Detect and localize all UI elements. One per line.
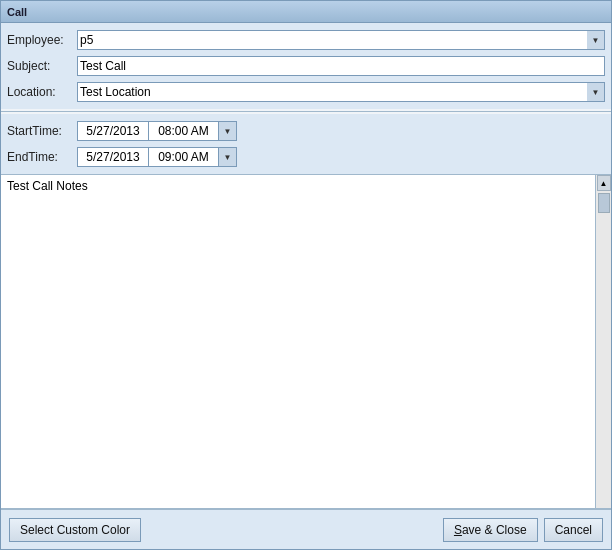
starttime-label: StartTime: (7, 124, 77, 138)
location-select-wrapper (77, 82, 605, 102)
location-row: Location: (1, 79, 611, 105)
start-time-input[interactable] (149, 121, 219, 141)
title-bar: Call (1, 1, 611, 23)
scrollbar-thumb[interactable] (598, 193, 610, 213)
datetime-area: StartTime: EndTime: (1, 114, 611, 174)
employee-input[interactable] (77, 30, 605, 50)
save-close-rest: ave & Close (462, 523, 527, 537)
start-time-dropdown[interactable] (219, 121, 237, 141)
scrollbar: ▲ (595, 175, 611, 508)
call-window: Call Employee: Subject: Location: StartT… (0, 0, 612, 550)
endtime-fields (77, 147, 237, 167)
subject-row: Subject: (1, 53, 611, 79)
footer: Select Custom Color Save & Close Cancel (1, 509, 611, 549)
subject-input[interactable] (77, 56, 605, 76)
form-area: Employee: Subject: Location: (1, 23, 611, 109)
end-time-dropdown[interactable] (219, 147, 237, 167)
employee-select-wrapper (77, 30, 605, 50)
save-close-button[interactable]: Save & Close (443, 518, 538, 542)
notes-area: Test Call Notes ▲ (1, 174, 611, 509)
employee-row: Employee: (1, 27, 611, 53)
starttime-row: StartTime: (1, 118, 611, 144)
location-label: Location: (7, 85, 77, 99)
start-date-input[interactable] (77, 121, 149, 141)
endtime-label: EndTime: (7, 150, 77, 164)
location-dropdown-arrow[interactable] (587, 82, 605, 102)
save-underline-letter: S (454, 523, 462, 537)
cancel-button[interactable]: Cancel (544, 518, 603, 542)
divider-1 (1, 111, 611, 112)
starttime-fields (77, 121, 237, 141)
location-input[interactable] (77, 82, 605, 102)
end-date-input[interactable] (77, 147, 149, 167)
notes-textarea[interactable]: Test Call Notes (1, 175, 595, 508)
select-custom-color-button[interactable]: Select Custom Color (9, 518, 141, 542)
subject-label: Subject: (7, 59, 77, 73)
window-title: Call (7, 6, 27, 18)
employee-dropdown-arrow[interactable] (587, 30, 605, 50)
endtime-row: EndTime: (1, 144, 611, 170)
scrollbar-up-button[interactable]: ▲ (597, 175, 611, 191)
employee-label: Employee: (7, 33, 77, 47)
end-time-input[interactable] (149, 147, 219, 167)
